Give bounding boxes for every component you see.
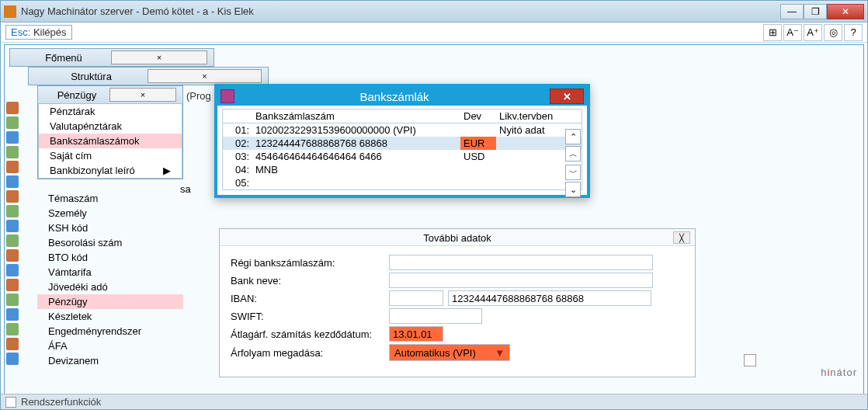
side-list-item[interactable]: BTO kód (37, 250, 183, 265)
maximize-button[interactable]: ❐ (804, 4, 827, 19)
panel-close-icon[interactable]: × (109, 88, 176, 102)
target-button[interactable]: ◎ (824, 24, 842, 41)
combo-arfolyam[interactable]: Automatikus (VPI) ▼ (389, 344, 510, 361)
side-icon[interactable] (6, 175, 19, 188)
col-szam[interactable]: Bankszámlaszám (252, 109, 460, 123)
side-icon[interactable] (6, 205, 19, 217)
group-title: További adatok (423, 232, 491, 244)
input-iban[interactable] (448, 290, 651, 306)
row-dev: USD (460, 150, 496, 163)
menu-item[interactable]: Bankbizonylat leíró▶ (39, 163, 182, 178)
side-list-item[interactable]: Vámtarifa (37, 265, 183, 280)
side-icon[interactable] (6, 308, 19, 321)
row-num: 01: (223, 123, 252, 137)
bank-row[interactable]: 04:MNB (223, 163, 582, 176)
window-close-button[interactable]: ✕ (827, 4, 864, 19)
menu-item[interactable]: Valutapénztárak (39, 119, 182, 134)
scroll-top-button[interactable]: ⌃ (565, 129, 581, 144)
side-icon[interactable] (6, 264, 19, 276)
grid-view-button[interactable]: ⊞ (763, 24, 782, 41)
group-close-button[interactable]: ╳ (673, 231, 690, 244)
minimize-button[interactable]: — (780, 4, 804, 19)
row-account: 123244447688868768 68868 (252, 137, 460, 150)
esc-button[interactable]: Esc: Kilépés (5, 25, 72, 40)
dialog-titlebar[interactable]: Bankszámlák ✕ (217, 87, 587, 106)
menu-item[interactable]: Pénztárak (39, 104, 182, 119)
row-dev (460, 163, 496, 176)
panel-close-icon[interactable]: × (111, 50, 207, 64)
side-list-item[interactable]: Besorolási szám (37, 235, 183, 250)
bank-row[interactable]: 01:102002322931539600000000 (VPI)Nyitó a… (223, 123, 582, 137)
row-num: 04: (223, 163, 252, 176)
chevron-down-icon: ▼ (495, 347, 505, 359)
side-icon[interactable] (6, 161, 19, 173)
bank-grid-header: Bankszámlaszám Dev Likv.tervben (223, 109, 582, 123)
panel-struktura: Struktúra× (28, 67, 269, 85)
row-account (252, 176, 460, 189)
scroll-bottom-button[interactable]: ⌄ (565, 182, 581, 197)
checkbox[interactable] (744, 354, 756, 367)
input-regi-bankszamla[interactable] (389, 255, 653, 270)
row-num: 05: (223, 176, 252, 189)
font-increase-button[interactable]: A⁺ (804, 24, 822, 41)
col-dev[interactable]: Dev (460, 109, 496, 123)
side-list-item[interactable]: Jövedéki adó (37, 280, 183, 294)
app-window: Nagy Machinátor szerver - Demó kötet - a… (0, 0, 868, 410)
help-button[interactable]: ? (844, 24, 863, 41)
submenu-arrow-icon: ▶ (163, 165, 171, 176)
dialog-bankszamlak: Bankszámlák ✕ Bankszámlaszám Dev Likv.te… (214, 84, 590, 198)
dialog-title: Bankszámlák (239, 90, 550, 103)
titlebar[interactable]: Nagy Machinátor szerver - Demó kötet - a… (1, 1, 867, 23)
input-bank-neve[interactable] (389, 273, 653, 288)
row-num: 02: (223, 137, 252, 150)
side-list-item[interactable]: Készletek (37, 309, 183, 324)
bank-row[interactable]: 03:454646464464646464 6466USD (223, 150, 582, 163)
side-list-item[interactable]: ÁFA (37, 339, 183, 353)
side-icon[interactable] (6, 131, 19, 144)
font-decrease-button[interactable]: A⁻ (783, 24, 802, 41)
dialog-icon (220, 89, 234, 103)
scroll-down-button[interactable]: ﹀ (565, 165, 581, 180)
panel-close-icon[interactable]: × (148, 69, 262, 83)
side-icon[interactable] (6, 249, 19, 262)
grid-scroll: ⌃ ︿ ﹀ ⌄ (565, 129, 582, 197)
bank-row[interactable]: 02:123244447688868768 68868EUR (223, 137, 582, 150)
side-icon[interactable] (6, 190, 19, 203)
side-list: TémaszámSzemélyKSH kódBesorolási számBTO… (37, 191, 183, 368)
statusbar-label[interactable]: Rendszerfunkciók (21, 396, 101, 408)
side-icon[interactable] (6, 353, 19, 365)
input-iban-prefix[interactable] (389, 290, 443, 306)
panel-penzugy: Pénzügy× PénztárakValutapénztárakBankszá… (37, 85, 183, 179)
input-swift[interactable] (389, 308, 482, 324)
row-dev (460, 123, 496, 137)
panel-title: Pénzügy (44, 89, 109, 101)
side-icon[interactable] (6, 323, 19, 335)
label-swift: SWIFT: (231, 311, 389, 322)
side-icon[interactable] (6, 279, 19, 291)
input-atlagarf-date[interactable] (389, 326, 443, 342)
side-icon[interactable] (6, 235, 19, 247)
label-atlagarf: Átlagárf. számítás kezdődátum: (231, 328, 389, 340)
side-icon[interactable] (6, 220, 19, 232)
content-area: Főmenü× Struktúra× Pénzügy× PénztárakVal… (4, 44, 864, 406)
col-likv[interactable]: Likv.tervben (496, 109, 582, 123)
dialog-close-button[interactable]: ✕ (550, 89, 584, 104)
side-icon[interactable] (6, 146, 19, 158)
side-icon[interactable] (6, 102, 19, 114)
scroll-up-button[interactable]: ︿ (565, 146, 581, 162)
label-iban: IBAN: (231, 293, 389, 304)
menu-item[interactable]: Bankszámlaszámok (39, 134, 182, 148)
side-list-item[interactable]: Devizanem (37, 353, 183, 368)
menu-item[interactable]: Saját cím (39, 148, 182, 163)
side-list-item[interactable]: Pénzügy (37, 294, 183, 309)
side-list-item[interactable]: KSH kód (37, 221, 183, 235)
side-list-item[interactable]: Témaszám (37, 191, 183, 206)
side-icon[interactable] (6, 338, 19, 350)
side-list-item[interactable]: Engedményrendszer (37, 324, 183, 339)
side-icon[interactable] (6, 116, 19, 129)
bank-row[interactable]: 05: (223, 176, 582, 189)
statusbar-icon[interactable] (5, 397, 16, 408)
side-list-item[interactable]: Személy (37, 206, 183, 221)
side-icon[interactable] (6, 294, 19, 306)
row-account: 102002322931539600000000 (VPI) (252, 123, 460, 137)
